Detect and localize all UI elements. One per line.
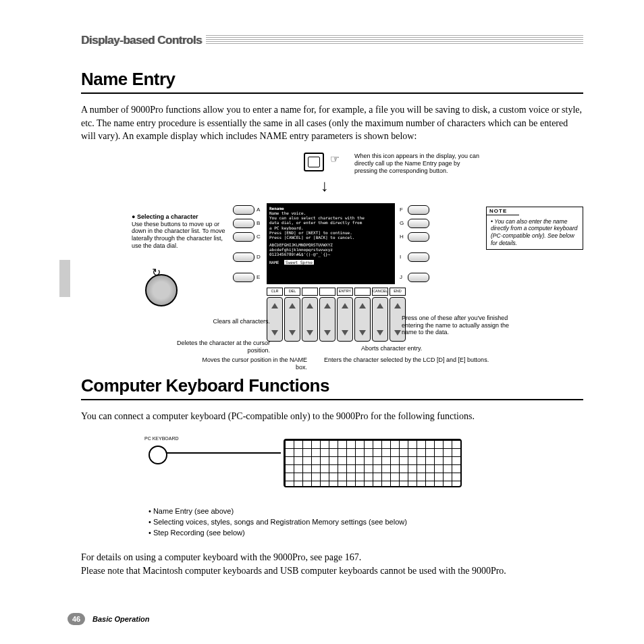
bullet-item: • Name Entry (see above) (149, 506, 583, 517)
rule (81, 92, 583, 94)
btn-label-empty (302, 288, 318, 296)
panel-label-h: H (400, 234, 404, 240)
panel-label-j: J (400, 274, 402, 280)
press-hand-icon (330, 153, 344, 167)
lcd-name-label: NAME (269, 260, 279, 265)
lcd-char-row: 0123456789!#&$'()-@^_`{}~ (269, 252, 392, 257)
lcd-line: Press [END] or [NEXT] to continue. (269, 230, 392, 235)
note-label: NOTE (487, 207, 519, 215)
keyboard-outro-2: Please note that Macintosh computer keyb… (81, 564, 583, 578)
btn-label-del: DEL (284, 288, 300, 296)
panel-button-a (233, 205, 254, 215)
btn-label-empty (354, 288, 371, 296)
lcd-line: Name the voice. (269, 211, 392, 215)
page-number: 46 (68, 613, 85, 625)
page-footer: 46 Basic Operation (68, 613, 149, 625)
callout-end: Press one of these after you've finished… (402, 315, 516, 336)
panel-label-g: G (400, 220, 404, 226)
intro-paragraph: A number of 9000Pro functions allow you … (81, 103, 583, 143)
panel-label-f: F (400, 207, 403, 213)
lcd-name-value: Sweet Sprno (284, 260, 314, 265)
btn-label-entry: ENTRY (337, 288, 353, 296)
section-heading-name-entry: Name Entry (81, 69, 583, 90)
header-rule-lines (206, 35, 583, 45)
callout-clear: Clears all characters. (189, 318, 270, 325)
panel-label-a: A (257, 207, 260, 213)
panel-button-b (233, 219, 254, 228)
rocker-buttons (267, 297, 406, 342)
bullet-list: • Name Entry (see above) • Selecting voi… (149, 506, 583, 539)
lcd-line: a PC keyboard. (269, 225, 392, 230)
callout-entry: Enters the character selected by the LCD… (324, 356, 513, 364)
btn-label-cancel: CANCEL (372, 288, 388, 296)
name-entry-figure: When this icon appears in the display, y… (81, 153, 583, 369)
icon-callout-text: When this icon appears in the display, y… (354, 153, 483, 176)
btn-label-empty (319, 288, 336, 296)
panel-button-d (233, 252, 254, 262)
arrow-down-icon: ↓ (321, 176, 329, 195)
panel-label-i: I (400, 254, 401, 260)
section-heading-keyboard: Computer Keyboard Functions (81, 375, 583, 396)
footer-section: Basic Operation (92, 615, 149, 623)
lcd-line: data dial, or enter them directly from (269, 220, 392, 225)
lcd-char-row: ABCDEFGHIJKLMNOPQRSTUVWXYZ (269, 242, 392, 247)
selecting-character-body: Use these buttons to move up or down in … (132, 221, 225, 249)
lcd-line: You can also select characters with the (269, 215, 392, 220)
bullet-item: • Step Recording (see below) (149, 528, 583, 539)
lcd-title: Rename (269, 206, 392, 211)
data-dial-icon (145, 274, 178, 306)
panel-label-c: C (257, 234, 261, 240)
rocker-button (372, 297, 388, 342)
cable-line (166, 452, 281, 454)
panel-button-e (233, 273, 254, 282)
callout-delete: Deletes the character at the cursor posi… (169, 340, 270, 354)
panel-button-j (408, 273, 429, 282)
btn-label-clr: CLR (267, 288, 283, 296)
panel-button-f (408, 205, 429, 215)
bullet-item: • Selecting voices, styles, songs and Re… (149, 517, 583, 528)
note-body: • You can also enter the name directly f… (487, 215, 583, 250)
keyboard-intro: You can connect a computer keyboard (PC-… (81, 410, 583, 423)
rocker-button (319, 297, 336, 342)
rocker-button (284, 297, 300, 342)
lcd-name-field: NAME Sweet Sprno (269, 260, 392, 265)
selecting-character-note: ● Selecting a character Use these button… (132, 213, 226, 250)
name-entry-icon (304, 153, 324, 171)
keyboard-icon (284, 439, 462, 487)
keyboard-outro-1: For details on using a computer keyboard… (81, 551, 583, 564)
lcd-display: Rename Name the voice. You can also sele… (267, 203, 395, 284)
note-box: NOTE • You can also enter the name direc… (486, 207, 583, 250)
icon-callout: When this icon appears in the display, y… (304, 153, 560, 176)
rocker-button (354, 297, 371, 342)
rocker-button (337, 297, 353, 342)
keyboard-figure: PC KEYBOARD (149, 432, 583, 500)
rule (81, 399, 583, 400)
panel-label-b: B (257, 220, 260, 226)
panel-label-d: D (257, 254, 261, 260)
lcd-line: Press [CANCEL] or [BACK] to cancel. (269, 235, 392, 240)
callout-cancel: Aborts character entry. (361, 345, 462, 352)
panel-button-g (408, 219, 429, 228)
panel-label-e: E (257, 274, 260, 280)
rocker-button (302, 297, 318, 342)
panel-button-h (408, 232, 429, 242)
callout-move: Moves the cursor position in the NAME bo… (199, 356, 307, 371)
btn-label-end: END (390, 288, 406, 296)
lcd-char-row: abcdefghijklmnopqrstuvwxyz (269, 247, 392, 252)
bottom-button-labels: CLR DEL ENTRY CANCEL END (267, 288, 406, 296)
header-title: Display-based Controls (81, 34, 202, 47)
keyboard-port-icon (149, 446, 167, 464)
panel-button-i (408, 252, 429, 262)
port-label: PC KEYBOARD (144, 436, 179, 441)
selecting-character-title: ● Selecting a character (132, 213, 198, 220)
chapter-tab (59, 260, 70, 297)
page-header: Display-based Controls (81, 34, 583, 49)
panel-button-c (233, 232, 254, 242)
